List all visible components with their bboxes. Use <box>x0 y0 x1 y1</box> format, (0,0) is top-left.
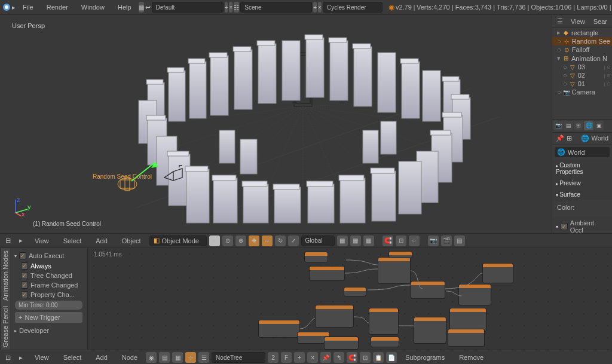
blender-icon[interactable] <box>2 2 11 13</box>
collapse-menus-icon[interactable]: ▸ <box>16 235 26 246</box>
go-parent-icon[interactable]: ↰ <box>333 352 344 363</box>
tree-type-shader-icon[interactable]: ◉ <box>146 352 157 363</box>
tree-type-an-icon[interactable]: ⊹ <box>185 352 196 363</box>
scene-browse-icon[interactable]: ☷ <box>234 2 239 13</box>
min-time-field[interactable]: Min Time: 0.00 <box>15 301 82 310</box>
view3d-add-menu[interactable]: Add <box>90 235 114 246</box>
panel-preview[interactable]: Preview <box>552 178 612 189</box>
tree-type-comp-icon[interactable]: ▤ <box>159 352 170 363</box>
menu-render[interactable]: Render <box>41 2 74 13</box>
tool-tabs-vertical[interactable]: Grease Pencil Animation Nodes <box>0 248 10 350</box>
remove-menu[interactable]: Remove <box>453 352 489 363</box>
panel-surface[interactable]: Surface <box>552 189 612 200</box>
menu-file[interactable]: File <box>17 2 39 13</box>
viewport-settings-icon[interactable]: ▤ <box>454 235 465 246</box>
chk-property-changed[interactable] <box>21 291 28 298</box>
new-trigger-button[interactable]: +New Trigger <box>15 312 82 323</box>
outliner-search-menu[interactable]: Sear <box>591 17 610 26</box>
tree-browse-icon[interactable]: ☰ <box>198 352 209 363</box>
node-toolbar: ▾Auto Execut Always Tree Changed Frame C… <box>10 248 88 350</box>
tab-layers-icon[interactable]: ▤ <box>564 121 573 130</box>
auto-exec-panel[interactable]: ▾Auto Execut <box>13 250 85 261</box>
menu-window[interactable]: Window <box>75 2 111 13</box>
node-editor-graph[interactable]: 1.0541 ms <box>88 248 612 350</box>
manipulator-toggle-icon[interactable]: ✥ <box>249 235 259 246</box>
snap-grid-icon[interactable]: ⊡ <box>360 352 371 363</box>
expand-icon[interactable]: ▸ <box>12 2 16 13</box>
tab-scene-icon[interactable]: ⊞ <box>574 121 583 130</box>
node-node-menu[interactable]: Node <box>116 352 143 363</box>
add-layout-button[interactable]: + <box>225 2 228 13</box>
cursor-pivot-icon[interactable]: ⊕ <box>235 235 246 246</box>
svg-rect-33 <box>306 38 324 97</box>
scale-icon[interactable]: ⤢ <box>288 235 299 246</box>
layout-dropdown[interactable]: Default <box>152 2 224 13</box>
node-select-menu[interactable]: Select <box>57 352 88 363</box>
add-tree-button[interactable]: + <box>294 352 305 363</box>
layout-grid-icon[interactable]: ▦ <box>139 2 144 13</box>
tab-render-icon[interactable]: 📷 <box>553 121 563 130</box>
tab-object-icon[interactable]: ▣ <box>594 121 604 130</box>
copy-nodes-icon[interactable]: 📋 <box>373 352 384 363</box>
rotate-icon[interactable]: ↻ <box>275 235 286 246</box>
chk-frame-changed[interactable] <box>21 282 28 289</box>
chk-tree-changed[interactable] <box>21 272 28 279</box>
remove-scene-button[interactable]: × <box>318 2 322 13</box>
tree-type-tex-icon[interactable]: ▦ <box>172 352 183 363</box>
scene-dropdown[interactable]: Scene <box>240 2 312 13</box>
svg-rect-70 <box>372 171 396 221</box>
back-to-prev-icon[interactable]: ↩ <box>145 2 151 13</box>
opengl-render-icon[interactable]: 📷 <box>428 235 439 246</box>
pivot-icon[interactable]: ⊙ <box>222 235 233 246</box>
collapse-node-menus-icon[interactable]: ▸ <box>16 352 26 363</box>
remove-tree-button[interactable]: × <box>307 352 318 363</box>
remove-layout-button[interactable]: × <box>229 2 232 13</box>
svg-rect-60 <box>213 178 237 223</box>
snap-toggle-icon[interactable]: 🧲 <box>382 235 393 246</box>
node-view-menu[interactable]: View <box>29 352 55 363</box>
layers-1[interactable]: ▦ <box>337 235 348 246</box>
outliner-editor-icon[interactable]: ☰ <box>555 16 565 27</box>
pin-tree-icon[interactable]: 📌 <box>320 352 331 363</box>
3d-viewport[interactable]: User Persp <box>0 15 552 233</box>
world-datablock-field[interactable]: 🌐World <box>555 147 610 157</box>
view3d-object-menu[interactable]: Object <box>116 235 147 246</box>
svg-rect-64 <box>274 187 301 223</box>
render-engine-dropdown[interactable]: Cycles Render <box>323 2 382 13</box>
props-context-tabs[interactable]: 📷 ▤ ⊞ 🌐 ▣ <box>552 120 612 133</box>
panel-custom-properties[interactable]: Custom Properties <box>552 160 612 178</box>
translate-icon[interactable]: ↔ <box>262 235 273 246</box>
orientation-dropdown[interactable]: Global <box>301 235 335 246</box>
add-scene-button[interactable]: + <box>313 2 317 13</box>
opengl-anim-icon[interactable]: 🎬 <box>441 235 452 246</box>
node-add-menu[interactable]: Add <box>90 352 114 363</box>
prev-tree-button[interactable]: 2 <box>268 352 279 363</box>
pin-icon[interactable]: 📌 <box>556 134 564 142</box>
mode-dropdown[interactable]: ◧Object Mode <box>149 235 207 246</box>
proportional-edit-icon[interactable]: ○ <box>409 235 420 246</box>
outliner-tree[interactable]: ▸◆rectangle ○⊹Random See ○⊙Falloff ▾⊞Ani… <box>552 28 612 96</box>
layers-3[interactable]: ▦ <box>363 235 374 246</box>
panel-ambient-occlusion[interactable]: Ambient Occl <box>552 217 612 233</box>
shading-solid-icon[interactable]: ● <box>209 235 220 246</box>
tab-world-icon[interactable]: 🌐 <box>584 121 593 130</box>
chk-always[interactable] <box>21 262 28 270</box>
snap-target-icon[interactable]: ⊡ <box>396 235 406 246</box>
editor-type-3dview-icon[interactable]: ⊟ <box>2 235 13 246</box>
paste-nodes-icon[interactable]: 📄 <box>386 352 397 363</box>
ao-checkbox[interactable] <box>561 223 568 230</box>
properties-panel: 📷 ▤ ⊞ 🌐 ▣ 📌⊞🌐 World 🌐World Custom Proper… <box>552 120 612 233</box>
subprograms-menu[interactable]: Subprograms <box>399 352 451 363</box>
view3d-select-menu[interactable]: Select <box>57 235 88 246</box>
3d-view-header: ⊟ ▸ View Select Add Object ◧Object Mode … <box>0 233 612 248</box>
outliner-view-menu[interactable]: View <box>568 17 587 26</box>
menu-help[interactable]: Help <box>112 2 137 13</box>
fake-user-button[interactable]: F <box>281 352 292 363</box>
snap-node-icon[interactable]: 🧲 <box>347 352 357 363</box>
outliner: ☰ View Sear ▸◆rectangle ○⊹Random See ○⊙F… <box>552 15 612 120</box>
nodetree-field[interactable]: NodeTree <box>212 352 265 363</box>
view3d-view-menu[interactable]: View <box>29 235 55 246</box>
developer-panel[interactable]: ▸Developer <box>13 325 85 336</box>
layers-2[interactable]: ▦ <box>350 235 361 246</box>
editor-type-node-icon[interactable]: ⊡ <box>2 352 13 363</box>
